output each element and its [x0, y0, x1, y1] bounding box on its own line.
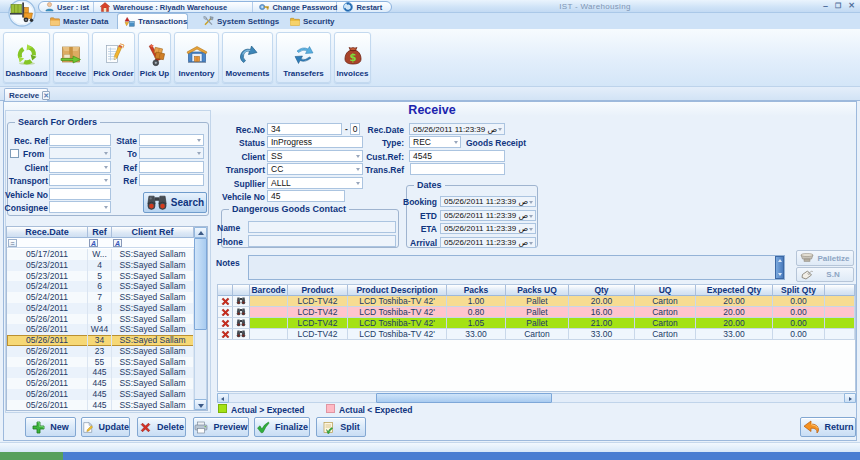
document-tab-receive[interactable]: Receive ✕: [4, 88, 48, 101]
orders-row[interactable]: 05/26/2011445SS:Sayed Sallam: [7, 400, 194, 411]
tab-security[interactable]: Security: [284, 13, 341, 29]
warehouse-menu[interactable]: Warehouse : Riyadh Warehouse: [94, 2, 253, 12]
orders-scroll-thumb[interactable]: [194, 238, 207, 330]
row-delete-button[interactable]: [218, 318, 233, 328]
split-button[interactable]: Split: [316, 417, 366, 437]
toolbar-transfers-button[interactable]: Transefers: [276, 32, 331, 83]
products-header-split-qty[interactable]: Split Qty: [773, 285, 825, 296]
toolbar-pick-up-button[interactable]: Pick Up: [138, 32, 171, 83]
orders-grid-header-date[interactable]: Rece.Date: [7, 227, 88, 238]
user-menu[interactable]: User : ist: [39, 2, 94, 12]
orders-row[interactable]: 05/23/20114SS:Sayed Sallam: [7, 260, 194, 271]
row-find-button[interactable]: [233, 296, 250, 306]
delete-button[interactable]: Delete: [137, 417, 186, 437]
notes-textarea[interactable]: [248, 255, 785, 280]
sn-button[interactable]: S.N: [796, 267, 854, 282]
orders-row-selected[interactable]: 05/26/201134SS:Sayed Sallam: [7, 335, 194, 346]
arrival-field[interactable]: 05/26/2011 11:23:39 ص: [440, 237, 536, 248]
dgc-name-input[interactable]: [248, 221, 396, 233]
orders-row[interactable]: 05/23/20115SS:Sayed Sallam: [7, 271, 194, 282]
search-vehicle-input[interactable]: [49, 188, 111, 200]
orders-row[interactable]: 05/26/201123SS:Sayed Sallam: [7, 346, 194, 357]
tab-system-settings[interactable]: System Settings: [197, 13, 285, 29]
products-scroll-right-button[interactable]: [844, 393, 856, 403]
return-button[interactable]: Return: [800, 417, 856, 437]
products-header-packs[interactable]: Packs: [447, 285, 506, 296]
orders-row[interactable]: 05/26/2011445SS:Sayed Sallam: [7, 389, 194, 400]
row-find-button[interactable]: [233, 318, 250, 328]
orders-row[interactable]: 05/24/20116SS:Sayed Sallam: [7, 281, 194, 292]
toolbar-dashboard-button[interactable]: Dashboard: [3, 32, 50, 83]
orders-row[interactable]: 05/17/2011W...SS:Sayed Sallam: [7, 249, 194, 260]
search-consignee-select[interactable]: [49, 201, 111, 213]
products-header-packs-uq[interactable]: Packs UQ: [506, 285, 569, 296]
orders-scroll-up-button[interactable]: [194, 227, 207, 238]
orders-row[interactable]: 05/24/20117SS:Sayed Sallam: [7, 292, 194, 303]
preview-button[interactable]: Preview: [193, 417, 249, 437]
maximize-button[interactable]: ❐: [835, 1, 841, 11]
filter-equals-icon[interactable]: =: [8, 239, 17, 247]
rec-date-field[interactable]: 05/26/2011 11:23:39 ص: [409, 123, 505, 135]
search-button[interactable]: Search: [143, 192, 207, 213]
dgc-phone-input[interactable]: [248, 235, 396, 247]
row-delete-button[interactable]: [218, 307, 233, 317]
products-header-qty[interactable]: Qty: [569, 285, 635, 296]
products-header-product[interactable]: Product: [288, 285, 348, 296]
type-select[interactable]: REC: [409, 136, 461, 148]
restart-button[interactable]: Restart: [337, 2, 391, 12]
etd-field[interactable]: 05/26/2011 11:23:39 ص: [440, 210, 536, 221]
products-header-product-description[interactable]: Product Description: [348, 285, 447, 296]
minimize-button[interactable]: –: [823, 1, 828, 11]
search-state-select[interactable]: [139, 134, 204, 146]
products-row[interactable]: LCD-TV42LCD Toshiba-TV 42'1.05Pallet21.0…: [218, 318, 855, 329]
new-button[interactable]: New: [25, 417, 76, 437]
products-row[interactable]: LCD-TV42LCD Toshiba-TV 42'1.00Pallet20.0…: [218, 296, 855, 307]
rec-no-input[interactable]: 34: [267, 123, 342, 135]
toolbar-movements-button[interactable]: Movements: [222, 32, 273, 83]
tab-master-data[interactable]: Master Data: [44, 13, 114, 29]
supplier-select[interactable]: ALLL: [267, 177, 363, 189]
toolbar-invoices-button[interactable]: $ Invoices: [334, 32, 371, 83]
cust-ref-input[interactable]: 4545: [409, 150, 505, 162]
finalize-button[interactable]: Finalize: [254, 417, 310, 437]
palletize-button[interactable]: Palletize: [796, 250, 854, 266]
close-button[interactable]: ✕: [848, 1, 855, 11]
filter-a-icon-ref[interactable]: A: [89, 239, 98, 247]
orders-row[interactable]: 05/26/20119SS:Sayed Sallam: [7, 314, 194, 325]
notes-scrollbar[interactable]: [775, 256, 784, 279]
products-scroll-left-button[interactable]: [217, 393, 229, 403]
update-button[interactable]: Update: [81, 417, 130, 437]
orders-row[interactable]: 05/26/2011445SS:Sayed Sallam: [7, 367, 194, 378]
eta-field[interactable]: 05/26/2011 11:23:39 ص: [440, 223, 536, 234]
orders-row[interactable]: 05/24/20118SS:Sayed Sallam: [7, 303, 194, 314]
trans-ref-input[interactable]: [410, 163, 505, 175]
products-scroll-thumb[interactable]: [376, 393, 552, 403]
orders-row[interactable]: 05/26/2011445SS:Sayed Sallam: [7, 378, 194, 389]
search-ref1-input[interactable]: [139, 161, 204, 173]
row-find-button[interactable]: [233, 329, 250, 339]
row-find-button[interactable]: [233, 307, 250, 317]
orders-grid-header-ref[interactable]: Ref: [88, 227, 112, 238]
row-delete-button[interactable]: [218, 329, 233, 339]
document-tab-close-icon[interactable]: ✕: [42, 91, 50, 100]
orders-row[interactable]: 05/26/201155SS:Sayed Sallam: [7, 357, 194, 368]
products-header-uq[interactable]: UQ: [635, 285, 696, 296]
orders-grid-header-client[interactable]: Client Ref: [112, 227, 194, 238]
filter-a-icon-client[interactable]: A: [113, 239, 122, 247]
vehicle-no-input[interactable]: 45: [267, 190, 345, 202]
toolbar-pick-order-button[interactable]: Pick Order: [92, 32, 135, 83]
change-password-button[interactable]: Change Password: [253, 2, 337, 12]
products-row[interactable]: LCD-TV42LCD Toshiba-TV 42'0.80Pallet16.0…: [218, 307, 855, 318]
search-ref2-input[interactable]: [139, 174, 204, 186]
products-header-expected-qty[interactable]: Expected Qty: [696, 285, 773, 296]
tab-transactions[interactable]: Transactions: [117, 13, 188, 29]
booking-field[interactable]: 05/26/2011 11:23:39 ص: [440, 196, 536, 207]
toolbar-inventory-button[interactable]: Inventory: [174, 32, 219, 83]
search-from-checkbox[interactable]: [10, 149, 19, 158]
orders-scroll-down-button[interactable]: [194, 399, 207, 410]
products-header-barcode[interactable]: Barcode: [250, 285, 288, 296]
orders-row[interactable]: 05/26/2011W44SS:Sayed Sallam: [7, 324, 194, 335]
search-to-select[interactable]: [139, 147, 204, 159]
products-row[interactable]: LCD-TV42LCD Toshiba-TV 42'33.00Carton33.…: [218, 329, 855, 340]
row-delete-button[interactable]: [218, 296, 233, 306]
